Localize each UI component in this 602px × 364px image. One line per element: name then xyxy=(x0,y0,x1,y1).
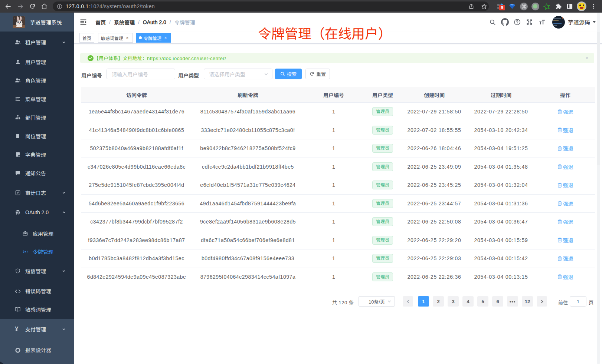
svg-text:a: a xyxy=(24,250,26,253)
